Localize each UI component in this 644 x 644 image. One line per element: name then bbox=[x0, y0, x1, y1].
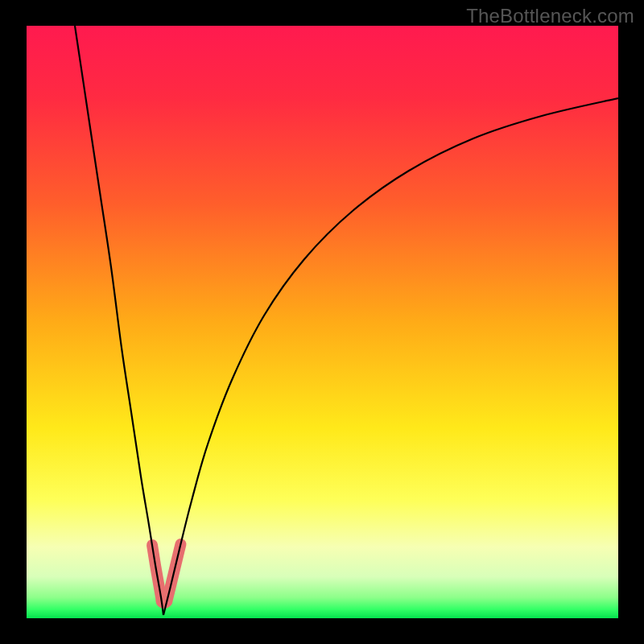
chart-frame: TheBottleneck.com bbox=[0, 0, 644, 644]
chart-plot-area bbox=[27, 26, 618, 618]
chart-svg bbox=[27, 26, 618, 618]
gradient-background bbox=[27, 26, 618, 618]
watermark-text: TheBottleneck.com bbox=[466, 5, 634, 27]
